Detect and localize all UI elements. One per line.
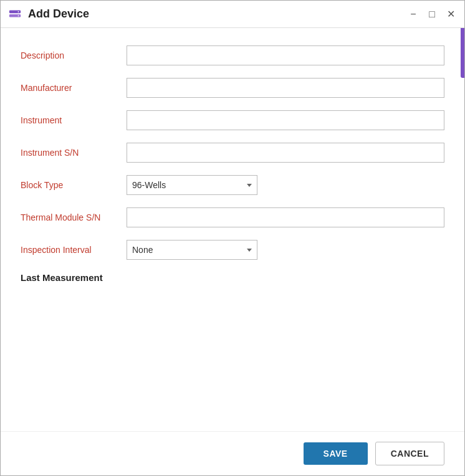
window-controls: − □ ✕ [407,8,457,21]
cancel-button[interactable]: CANCEL [375,442,444,465]
instrument-sn-row: Instrument S/N [21,143,444,163]
manufacturer-input[interactable] [127,78,444,98]
last-measurement-header: Last Measurement [21,272,444,283]
minimize-button[interactable]: − [407,8,419,21]
manufacturer-label: Manufacturer [21,83,127,93]
save-button[interactable]: SAVE [304,442,368,465]
instrument-sn-input[interactable] [127,143,444,163]
block-type-label: Block Type [21,180,127,190]
block-type-row: Block Type 96-Wells 384-Wells 48-Wells [21,175,444,195]
close-button[interactable]: ✕ [444,8,457,21]
instrument-input[interactable] [127,110,444,130]
inspection-interval-row: Inspection Interval None Monthly Quarter… [21,240,444,260]
title-bar: Add Device − □ ✕ [1,1,464,28]
description-label: Description [21,50,127,60]
thermal-module-sn-input[interactable] [127,207,444,227]
inspection-interval-select[interactable]: None Monthly Quarterly Annually [127,240,257,260]
app-icon [8,7,22,21]
add-device-window: Add Device − □ ✕ Description Manufacture… [0,0,465,476]
thermal-module-sn-row: Thermal Module S/N [21,207,444,227]
accent-bar [461,28,464,78]
inspection-interval-label: Inspection Interval [21,245,127,255]
instrument-row: Instrument [21,110,444,130]
svg-point-2 [18,11,19,12]
maximize-button[interactable]: □ [426,8,438,21]
window-title: Add Device [28,7,407,21]
manufacturer-row: Manufacturer [21,78,444,98]
svg-point-3 [18,15,19,16]
instrument-sn-label: Instrument S/N [21,148,127,158]
description-row: Description [21,45,444,65]
footer: SAVE CANCEL [1,431,464,475]
instrument-label: Instrument [21,115,127,125]
block-type-select[interactable]: 96-Wells 384-Wells 48-Wells [127,175,257,195]
thermal-module-sn-label: Thermal Module S/N [21,212,127,222]
description-input[interactable] [127,45,444,65]
form-area: Description Manufacturer Instrument Inst… [1,28,464,431]
